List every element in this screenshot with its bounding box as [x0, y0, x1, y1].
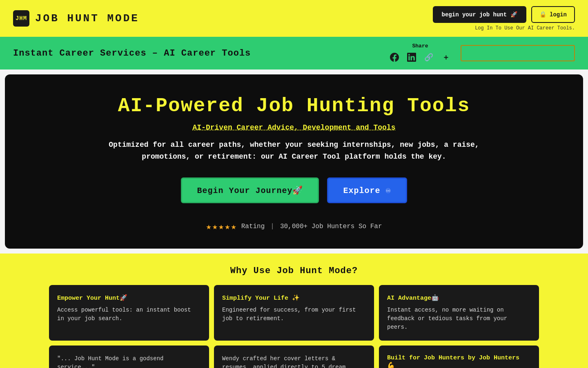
green-bar: Instant Career Services – AI Career Tool… — [0, 37, 588, 70]
quote-text: "... Job Hunt Mode is a godsend service.… — [57, 355, 201, 368]
login-note: Log In To Use Our AI Career Tools. — [475, 25, 575, 31]
empower-card: Empower Your Hunt🚀 Access powerful tools… — [49, 285, 209, 341]
header-right: begin your job hunt 🚀 🔒 login Log In To … — [433, 6, 575, 31]
plus-icon: ＋ — [442, 52, 450, 62]
share-icons: 🔗 ＋ — [388, 51, 452, 64]
header: JHM JOB HUNT MODE begin your job hunt 🚀 … — [0, 0, 588, 37]
begin-journey-button[interactable]: Begin Your Journey🚀 — [181, 177, 319, 203]
quote-card: "... Job Hunt Mode is a godsend service.… — [49, 346, 209, 368]
feature-cards-row2: "... Job Hunt Mode is a godsend service.… — [49, 346, 539, 368]
simplify-card-title: Simplify Your Life ✨ — [222, 294, 366, 302]
facebook-icon — [390, 53, 399, 62]
explore-button[interactable]: Explore ♾️ — [327, 177, 407, 203]
share-label: Share — [412, 43, 428, 49]
begin-job-hunt-button[interactable]: begin your job hunt 🚀 — [433, 6, 526, 23]
rating-stars: ★★★★★ — [206, 221, 237, 232]
hunters-count: 30,000+ Job Hunters So Far — [280, 223, 382, 230]
search-input[interactable] — [461, 45, 575, 61]
more-share-button[interactable]: ＋ — [439, 51, 452, 64]
copy-link-button[interactable]: 🔗 — [422, 51, 435, 64]
logo-area: JHM JOB HUNT MODE — [13, 10, 139, 27]
facebook-share-button[interactable] — [388, 51, 401, 64]
green-bar-title: Instant Career Services – AI Career Tool… — [13, 48, 251, 58]
linkedin-icon — [407, 53, 416, 62]
ai-advantage-card-title: AI Advantage🤖 — [387, 294, 531, 302]
empower-card-body: Access powerful tools: an instant boost … — [57, 306, 201, 323]
hero-subtitle: AI-Driven Career Advice, Development and… — [21, 123, 567, 132]
why-section: Why Use Job Hunt Mode? Empower Your Hunt… — [0, 254, 588, 368]
brand-name: JOB HUNT MODE — [35, 12, 139, 25]
green-bar-right: Share 🔗 ＋ — [388, 43, 575, 64]
ai-advantage-card-body: Instant access, no more waiting on feedb… — [387, 306, 531, 332]
header-buttons: begin your job hunt 🚀 🔒 login — [433, 6, 575, 23]
hero-rating: ★★★★★ Rating | 30,000+ Job Hunters So Fa… — [21, 221, 567, 232]
linkedin-share-button[interactable] — [405, 51, 418, 64]
link-icon: 🔗 — [424, 53, 433, 62]
simplify-card-body: Engineered for success, from your first … — [222, 306, 366, 323]
login-button[interactable]: 🔒 login — [531, 6, 575, 23]
hero-section: AI-Powered Job Hunting Tools AI-Driven C… — [5, 74, 583, 249]
logo-badge: JHM — [13, 10, 29, 27]
empower-card-title: Empower Your Hunt🚀 — [57, 294, 201, 302]
story-card: Wendy crafted her cover letters & resume… — [214, 346, 374, 368]
built-for-hunters-card: Built for Job Hunters by Job Hunters 💪 A… — [379, 346, 539, 368]
hero-description: Optimized for all career paths, whether … — [90, 139, 498, 163]
simplify-card: Simplify Your Life ✨ Engineered for succ… — [214, 285, 374, 341]
hero-title: AI-Powered Job Hunting Tools — [21, 95, 567, 117]
feature-cards-row1: Empower Your Hunt🚀 Access powerful tools… — [49, 285, 539, 341]
ai-advantage-card: AI Advantage🤖 Instant access, no more wa… — [379, 285, 539, 341]
rating-label: Rating — [241, 223, 265, 230]
share-section: Share 🔗 ＋ — [388, 43, 452, 64]
hero-buttons: Begin Your Journey🚀 Explore ♾️ — [21, 177, 567, 203]
story-body: Wendy crafted her cover letters & resume… — [222, 355, 366, 368]
rating-divider: | — [270, 223, 274, 230]
special-card-title: Built for Job Hunters by Job Hunters 💪 — [387, 355, 531, 368]
why-title: Why Use Job Hunt Mode? — [13, 266, 575, 276]
